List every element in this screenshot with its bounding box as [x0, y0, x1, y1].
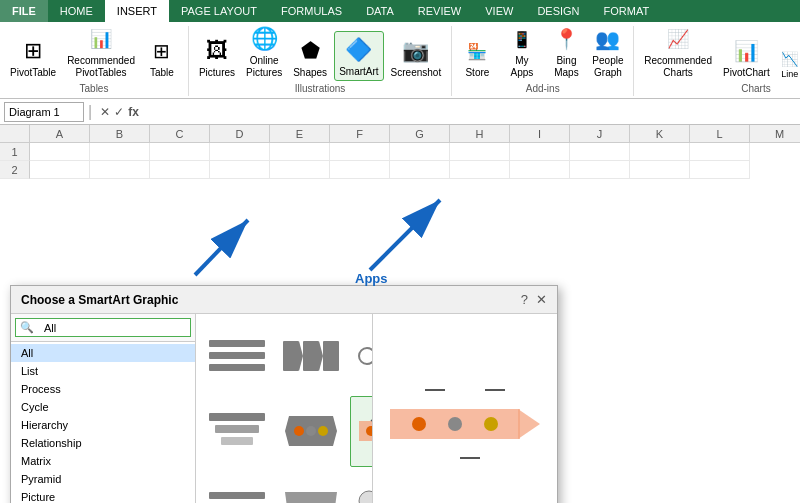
smartart-item-4[interactable]: [202, 396, 272, 468]
line-icon: 📉: [780, 49, 800, 69]
col-C: C: [150, 125, 210, 142]
smartart-button[interactable]: 🔷 SmartArt: [334, 31, 383, 81]
category-hierarchy[interactable]: Hierarchy: [11, 416, 195, 434]
smartart-item-9[interactable]: [350, 471, 372, 503]
tab-review[interactable]: REVIEW: [406, 0, 473, 22]
people-graph-label: PeopleGraph: [592, 55, 623, 79]
screenshot-button[interactable]: 📷 Screenshot: [387, 33, 446, 81]
line-label: Line: [781, 69, 798, 80]
cell-L2[interactable]: [690, 161, 750, 179]
cell-C2[interactable]: [150, 161, 210, 179]
formula-separator: |: [88, 103, 92, 121]
row-num-2: 2: [0, 161, 30, 179]
insert-function-icon[interactable]: fx: [128, 105, 139, 119]
category-all[interactable]: All: [11, 344, 195, 362]
tab-formulas[interactable]: FORMULAS: [269, 0, 354, 22]
recommended-charts-button[interactable]: 📈 RecommendedCharts: [640, 21, 716, 81]
addins-group-label: Add-ins: [526, 81, 560, 94]
tab-home[interactable]: HOME: [48, 0, 105, 22]
cell-G1[interactable]: [390, 143, 450, 161]
svg-point-8: [359, 348, 372, 364]
my-apps-icon: 📱: [506, 23, 538, 55]
tab-view[interactable]: VIEW: [473, 0, 525, 22]
confirm-formula-icon[interactable]: ✓: [114, 105, 124, 119]
screenshot-label: Screenshot: [391, 67, 442, 79]
cell-E2[interactable]: [270, 161, 330, 179]
cell-F2[interactable]: [330, 161, 390, 179]
cell-H1[interactable]: [450, 143, 510, 161]
shapes-label: Shapes: [293, 67, 327, 79]
cancel-formula-icon[interactable]: ✕: [100, 105, 110, 119]
cell-A1[interactable]: [30, 143, 90, 161]
cell-D2[interactable]: [210, 161, 270, 179]
recommended-pivottables-button[interactable]: 📊 RecommendedPivotTables: [63, 21, 139, 81]
line-button[interactable]: 📉 Line: [777, 48, 800, 81]
category-matrix[interactable]: Matrix: [11, 452, 195, 470]
cell-L1[interactable]: [690, 143, 750, 161]
category-cycle[interactable]: Cycle: [11, 398, 195, 416]
svg-rect-11: [209, 413, 265, 421]
category-process[interactable]: Process: [11, 380, 195, 398]
tab-data[interactable]: DATA: [354, 0, 406, 22]
smartart-item-6-timeline[interactable]: [350, 396, 372, 468]
smartart-item-3[interactable]: [350, 320, 372, 392]
cell-D1[interactable]: [210, 143, 270, 161]
name-box[interactable]: [4, 102, 84, 122]
pivot-chart-button[interactable]: 📊 PivotChart: [719, 33, 774, 81]
smartart-dialog: Choose a SmartArt Graphic ? ✕ 🔍 All All …: [10, 285, 558, 503]
cell-H2[interactable]: [450, 161, 510, 179]
dialog-help-button[interactable]: ?: [521, 292, 528, 307]
cell-J1[interactable]: [570, 143, 630, 161]
charts-group-label: Charts: [741, 81, 770, 94]
cell-B2[interactable]: [90, 161, 150, 179]
table-label: Table: [150, 67, 174, 79]
smartart-item-5[interactable]: [276, 396, 346, 468]
smartart-item-7[interactable]: [202, 471, 272, 503]
ribbon-group-tables: ⊞ PivotTable 📊 RecommendedPivotTables ⊞ …: [0, 26, 189, 96]
bing-maps-button[interactable]: 📍 BingMaps: [547, 21, 585, 81]
pictures-button[interactable]: 🖼 Pictures: [195, 33, 239, 81]
table-button[interactable]: ⊞ Table: [142, 33, 182, 81]
formula-input[interactable]: [143, 106, 796, 118]
people-graph-button[interactable]: 👥 PeopleGraph: [589, 21, 627, 81]
my-apps-button[interactable]: 📱 My Apps: [500, 21, 545, 81]
row-2: 2: [0, 161, 800, 179]
cell-K2[interactable]: [630, 161, 690, 179]
cell-B1[interactable]: [90, 143, 150, 161]
smartart-item-8[interactable]: [276, 471, 346, 503]
dialog-close-button[interactable]: ✕: [536, 292, 547, 307]
dialog-middle-panel: [196, 314, 372, 503]
smartart-icon: 🔷: [343, 34, 375, 66]
cell-C1[interactable]: [150, 143, 210, 161]
store-button[interactable]: 🏪 Store: [458, 33, 496, 81]
cell-K1[interactable]: [630, 143, 690, 161]
column-headers: A B C D E F G H I J K L M N O P: [0, 125, 800, 143]
tab-page-layout[interactable]: PAGE LAYOUT: [169, 0, 269, 22]
category-relationship[interactable]: Relationship: [11, 434, 195, 452]
bing-maps-icon: 📍: [550, 23, 582, 55]
online-pictures-button[interactable]: 🌐 OnlinePictures: [242, 21, 286, 81]
cell-I2[interactable]: [510, 161, 570, 179]
cell-I1[interactable]: [510, 143, 570, 161]
smartart-item-2[interactable]: [276, 320, 346, 392]
category-list[interactable]: List: [11, 362, 195, 380]
cell-A2[interactable]: [30, 161, 90, 179]
tab-format[interactable]: FORMAT: [592, 0, 662, 22]
tab-insert[interactable]: INSERT: [105, 0, 169, 22]
row-1: 1: [0, 143, 800, 161]
pivot-table-button[interactable]: ⊞ PivotTable: [6, 33, 60, 81]
smartart-label: SmartArt: [339, 66, 378, 78]
row-num-1: 1: [0, 143, 30, 161]
cell-G2[interactable]: [390, 161, 450, 179]
shapes-button[interactable]: ⬟ Shapes: [289, 33, 331, 81]
category-pyramid[interactable]: Pyramid: [11, 470, 195, 488]
svg-marker-6: [319, 341, 323, 371]
svg-rect-13: [221, 437, 253, 445]
smartart-item-1[interactable]: [202, 320, 272, 392]
tab-file[interactable]: FILE: [0, 0, 48, 22]
cell-J2[interactable]: [570, 161, 630, 179]
cell-E1[interactable]: [270, 143, 330, 161]
cell-F1[interactable]: [330, 143, 390, 161]
category-picture[interactable]: Picture: [11, 488, 195, 503]
tab-design[interactable]: DESIGN: [525, 0, 591, 22]
